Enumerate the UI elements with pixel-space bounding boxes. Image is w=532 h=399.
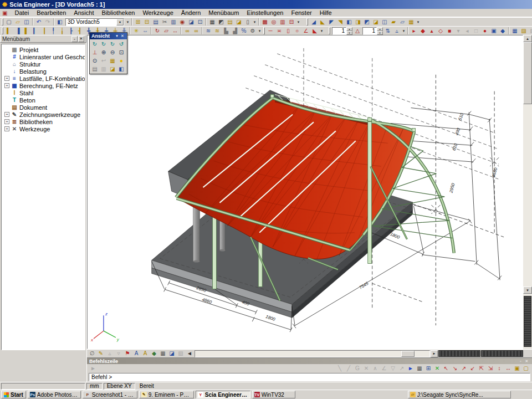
toolbar-grip[interactable] — [329, 27, 330, 34]
select-arc-icon[interactable]: ╱ — [344, 364, 353, 372]
tree-item-dokument[interactable]: ▤ Dokument — [3, 104, 85, 111]
rotate-icon[interactable]: ↻ — [153, 27, 162, 35]
close-icon[interactable]: ✕ — [120, 34, 125, 38]
results-left-icon[interactable]: ▙ — [222, 27, 231, 35]
scroll-up-icon[interactable]: ▲ — [523, 35, 532, 42]
grid-icon[interactable]: ▦ — [158, 350, 167, 358]
menu-menubaum[interactable]: Menübaum — [204, 9, 243, 16]
scale-spinner[interactable]: 1 ▲▼ — [362, 27, 383, 35]
preview-window-icon[interactable]: ◪ — [187, 18, 196, 26]
render-mode-icon[interactable]: ◆ — [150, 350, 158, 358]
pen-mode-icon[interactable]: ✎ — [96, 350, 105, 358]
copy-icon[interactable]: ⊞ — [134, 18, 142, 26]
rotate-free-icon[interactable]: ↺ — [117, 40, 126, 48]
task-paint[interactable]: P Screenshot1 - Paint — [83, 391, 137, 398]
select-curve-icon[interactable]: G — [353, 364, 362, 372]
select-line-icon[interactable]: ╲ — [335, 364, 344, 372]
toolbar-overflow-icon[interactable]: ▾ — [416, 20, 421, 24]
activity-member-icon[interactable]: ▸ — [410, 27, 418, 35]
tree-item-beton[interactable]: T Beton — [3, 96, 85, 104]
binoculars-alt-icon[interactable]: ∞ — [192, 27, 201, 35]
select-intersect-icon[interactable]: ✕ — [362, 364, 371, 372]
print-view-icon[interactable]: ▤ — [90, 65, 99, 73]
toolbar-overflow-icon[interactable]: ▾ — [252, 20, 257, 24]
toolbar-overflow-icon[interactable]: ▾ — [257, 29, 262, 33]
activity-filter-icon[interactable]: ▣ — [489, 27, 498, 35]
clipboard-icon[interactable]: ▥ — [169, 18, 178, 26]
chevron-down-icon[interactable]: ▾ — [114, 34, 120, 38]
label-member-icon[interactable]: ▿ — [114, 350, 123, 358]
undo-icon[interactable]: ↶ — [34, 18, 43, 26]
dim-slope-icon[interactable]: ◣ — [310, 27, 319, 35]
befehlszeile-header[interactable]: Befehlszeile ▫ ✕ — [87, 357, 532, 364]
scale-factor-icon[interactable]: △ — [353, 27, 362, 35]
snap-endpoint-icon[interactable]: ↖ — [442, 364, 451, 372]
line-grid-icon[interactable]: ⊞ — [424, 364, 433, 372]
table-icon[interactable]: ▥ — [278, 18, 287, 26]
dim-circle-icon[interactable]: ○ — [293, 27, 301, 35]
gallery-icon[interactable]: ▤ — [226, 18, 234, 26]
label-node-icon[interactable]: ▵ — [105, 350, 114, 358]
palette-icon[interactable]: ▨ — [519, 27, 528, 35]
load-case-spinner[interactable]: 1 ▲▼ — [332, 27, 352, 35]
expand-icon[interactable] — [4, 47, 9, 52]
snap-edge-icon[interactable]: ⇲ — [486, 364, 495, 372]
cursor-snap-icon[interactable]: ► — [406, 364, 415, 372]
window-tile-icon[interactable]: ▱ — [398, 18, 407, 26]
tree-item-lastfaelle[interactable]: + ≡ Lastfälle, LF-Kombinationen — [3, 75, 85, 82]
zoom-out-icon[interactable]: ⊖ — [108, 48, 117, 57]
activity-clip-icon[interactable]: ▾ — [454, 27, 463, 35]
spinner-down-icon[interactable]: ▼ — [377, 31, 383, 35]
dim-line-icon[interactable]: ─ — [266, 27, 275, 35]
activity-workplane-icon[interactable]: □ — [472, 27, 480, 35]
polyline-icon[interactable]: ∧ — [371, 364, 380, 372]
ucs-icon[interactable]: ⊥ — [90, 48, 99, 57]
scroll-left-icon[interactable]: ◄ — [185, 350, 194, 358]
view-back-icon[interactable]: ◣ — [318, 18, 327, 26]
child-window-icon[interactable]: ▣ — [2, 10, 7, 16]
activity-node-icon[interactable]: ◇ — [436, 27, 445, 35]
calculator-icon[interactable]: ▩ — [260, 18, 269, 26]
rib-icon[interactable]: ┃ — [40, 27, 49, 35]
title-bar[interactable]: ❋ Scia Engineer - [3D Vordach5 : 1] — [0, 0, 532, 9]
task-eminem[interactable]: ✎ 9. Eminem - Paul (Skit) - ... — [139, 391, 194, 398]
zoom-in-icon[interactable]: ⊕ — [99, 48, 108, 57]
zoom-step-icon[interactable]: ⇅ — [383, 27, 392, 35]
snap-settings-icon[interactable]: ▣ — [513, 364, 521, 372]
expand-icon[interactable] — [4, 105, 9, 110]
render-icon[interactable]: ◉ — [178, 18, 187, 26]
snap-node-icon[interactable]: ↘ — [451, 364, 459, 372]
close-icon[interactable]: ✕ — [78, 36, 84, 42]
wall-icon[interactable]: ▎ — [31, 27, 40, 35]
view-axon-icon[interactable]: ◩ — [362, 18, 371, 26]
toolbar-overflow-icon[interactable]: ▾ — [125, 20, 130, 24]
render-settings-icon[interactable]: ▦ — [510, 27, 519, 35]
project-combobox[interactable]: 3D Vordach5 ▾ — [65, 18, 124, 26]
settings-icon[interactable]: ⚙ — [248, 27, 257, 35]
redo-icon[interactable]: ↷ — [43, 18, 52, 26]
mirror-icon[interactable]: ▱ — [162, 27, 171, 35]
binoculars-icon[interactable]: ∞ — [183, 27, 192, 35]
save-project-icon[interactable]: ◫ — [22, 18, 31, 26]
expand-icon[interactable] — [4, 54, 9, 59]
menu-hilfe[interactable]: Hilfe — [316, 9, 336, 16]
zoom-previous-icon[interactable]: ↩ — [99, 57, 108, 65]
numbering-icon[interactable]: ▵ — [392, 27, 401, 35]
dot-grid-icon[interactable]: ▦ — [415, 364, 424, 372]
task-wintv[interactable]: TV WinTV32 — [252, 391, 295, 398]
plate-icon[interactable]: ▌ — [22, 27, 31, 35]
document-icon[interactable]: ▯ — [243, 18, 252, 26]
rear-post[interactable] — [368, 121, 372, 263]
menu-werkzeuge[interactable]: Werkzeuge — [139, 9, 177, 16]
view-bottom-icon[interactable]: ◨ — [354, 18, 362, 26]
start-button[interactable]: Start — [1, 391, 26, 398]
paperspace-icon[interactable]: ◪ — [234, 18, 243, 26]
capture-icon[interactable]: ▥ — [99, 65, 108, 73]
activity-layer-icon[interactable]: ■ — [445, 27, 454, 35]
tree-item-belastung[interactable]: ↓ Belastung — [3, 68, 85, 75]
snap-corner-icon[interactable]: ⇱ — [477, 364, 486, 372]
pan-view-icon[interactable]: ⇔ — [141, 27, 150, 35]
percent-icon[interactable]: % — [239, 27, 248, 35]
snap-save-icon[interactable]: ▢ — [521, 364, 530, 372]
paste-icon[interactable]: ⊟ — [142, 18, 151, 26]
